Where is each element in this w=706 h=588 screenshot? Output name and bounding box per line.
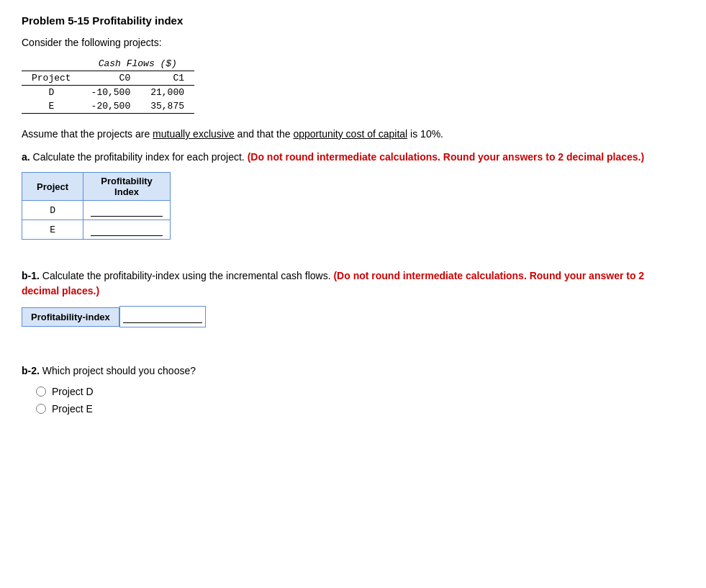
col-c1-header: C1 (140, 71, 194, 86)
pi-index-label: Profitability-index (22, 307, 119, 327)
radio-project-e[interactable] (36, 404, 46, 414)
assume-mutually: mutually exclusive (153, 128, 235, 140)
row-e-c1: 35,875 (140, 99, 194, 114)
profitability-index-table: Project Profitability Index D E (22, 172, 171, 240)
assume-text: Assume that the projects are mutually ex… (22, 128, 684, 140)
pi-project-d: D (22, 201, 83, 220)
assume-text-3: is 10%. (407, 128, 443, 140)
project-header-empty (22, 57, 81, 71)
radio-project-d-option: Project D (36, 386, 684, 397)
cash-flows-table: Cash Flows ($) Project C0 C1 D -10,500 2… (22, 57, 194, 114)
radio-project-d[interactable] (36, 386, 46, 397)
pi-col-project-header: Project (22, 173, 83, 201)
question-a-bold: (Do not round intermediate calculations.… (248, 151, 645, 163)
cash-flows-header: Cash Flows ($) (81, 57, 194, 71)
radio-project-e-label: Project E (52, 403, 93, 415)
pi-index-input[interactable] (123, 310, 202, 323)
question-b1-label: b-1. Calculate the profitability-index u… (22, 268, 684, 299)
pi-value-d-cell (83, 201, 171, 220)
pi-project-e: E (22, 220, 83, 240)
pi-index-row: Profitability-index (22, 306, 684, 327)
question-b1-id: b-1. (22, 270, 40, 281)
question-a-text: Calculate the profitability index for ea… (30, 151, 248, 163)
pi-row-e: E (22, 220, 171, 240)
radio-project-e-option: Project E (36, 403, 684, 415)
row-d-project: D (22, 86, 81, 100)
question-b2-label: b-2. Which project should you choose? (22, 363, 684, 379)
question-b2-text: Which project should you choose? (40, 365, 196, 376)
pi-input-e[interactable] (91, 223, 163, 236)
b1-section: b-1. Calculate the profitability-index u… (22, 268, 684, 327)
radio-project-d-label: Project D (52, 386, 94, 397)
question-a-id: a. (22, 151, 30, 163)
page-title: Problem 5-15 Profitability index (22, 14, 684, 27)
pi-value-e-cell (83, 220, 171, 240)
col-c0-header: C0 (81, 71, 141, 86)
row-e-project: E (22, 99, 81, 114)
pi-col-index-header: Profitability Index (83, 173, 171, 201)
question-b1-text: Calculate the profitability-index using … (40, 270, 334, 281)
row-e-c0: -20,500 (81, 99, 141, 114)
assume-text-2: and that the (235, 128, 294, 140)
row-d-c1: 21,000 (140, 86, 194, 100)
assume-text-1: Assume that the projects are (22, 128, 153, 140)
intro-text: Consider the following projects: (22, 37, 684, 48)
question-b2-id: b-2. (22, 365, 40, 376)
b2-section: b-2. Which project should you choose? Pr… (22, 363, 684, 415)
col-project-header: Project (22, 71, 81, 86)
pi-row-d: D (22, 201, 171, 220)
row-d-c0: -10,500 (81, 86, 141, 100)
pi-input-d[interactable] (91, 204, 163, 217)
question-a-label: a. Calculate the profitability index for… (22, 150, 684, 165)
pi-index-input-cell (119, 306, 206, 327)
assume-opportunity: opportunity cost of capital (293, 128, 407, 140)
